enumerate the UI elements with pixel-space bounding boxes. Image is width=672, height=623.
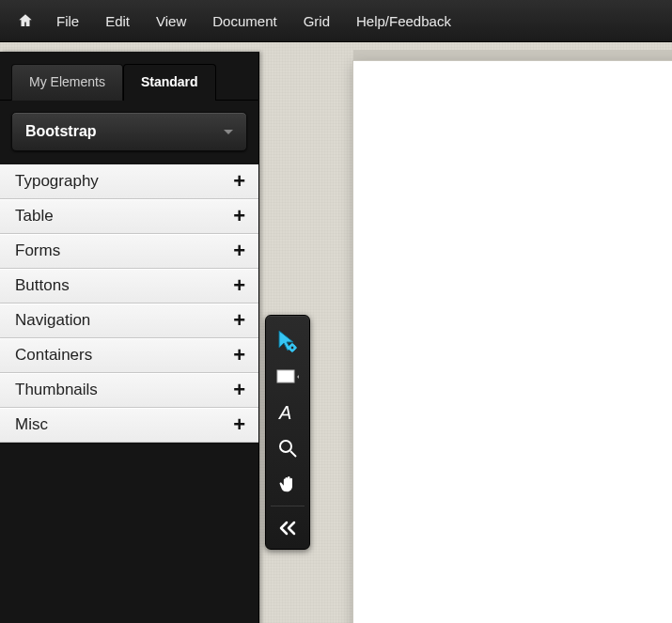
- menu-edit[interactable]: Edit: [94, 8, 141, 35]
- zoom-tool[interactable]: [271, 430, 305, 466]
- category-misc[interactable]: Misc +: [0, 408, 258, 443]
- category-forms[interactable]: Forms +: [0, 234, 258, 269]
- canvas-ruler-band: [353, 50, 672, 61]
- plus-icon: +: [233, 343, 245, 367]
- menu-grid[interactable]: Grid: [292, 8, 341, 35]
- elements-panel: My Elements Standard Bootstrap Typograph…: [0, 52, 259, 623]
- category-buttons[interactable]: Buttons +: [0, 269, 258, 304]
- elements-tab-body: Bootstrap: [0, 100, 258, 163]
- chevron-double-left-icon: [278, 521, 297, 536]
- framework-dropdown[interactable]: Bootstrap: [11, 112, 247, 151]
- menu-file[interactable]: File: [45, 8, 90, 35]
- workspace: My Elements Standard Bootstrap Typograph…: [0, 42, 672, 623]
- home-button[interactable]: [9, 7, 41, 35]
- text-icon: A: [277, 402, 298, 423]
- category-label: Containers: [15, 346, 92, 365]
- chevron-down-icon: [224, 130, 233, 134]
- document-page[interactable]: [353, 61, 672, 623]
- category-label: Forms: [15, 241, 60, 260]
- category-label: Thumbnails: [15, 381, 98, 399]
- move-tool[interactable]: [271, 323, 305, 359]
- magnifier-icon: [278, 439, 297, 458]
- category-label: Typography: [15, 172, 99, 191]
- tool-palette: A: [265, 315, 310, 550]
- plus-icon: +: [233, 413, 245, 437]
- tab-my-elements[interactable]: My Elements: [11, 64, 123, 101]
- elements-tabs: My Elements Standard: [0, 52, 258, 100]
- plus-icon: +: [233, 308, 245, 333]
- collapse-palette-button[interactable]: [271, 506, 305, 545]
- canvas-area[interactable]: [353, 61, 672, 623]
- text-tool[interactable]: A: [271, 395, 305, 430]
- home-icon: [17, 12, 34, 29]
- plus-icon: +: [233, 273, 245, 298]
- category-typography[interactable]: Typography +: [0, 164, 258, 199]
- category-label: Misc: [15, 415, 48, 434]
- menubar: File Edit View Document Grid Help/Feedba…: [0, 0, 672, 42]
- svg-rect-5: [277, 370, 294, 382]
- plus-icon: +: [233, 239, 245, 263]
- plus-icon: +: [233, 378, 245, 402]
- framework-selected-label: Bootstrap: [25, 123, 97, 140]
- hand-tool[interactable]: [271, 466, 305, 502]
- svg-point-8: [280, 441, 291, 452]
- menu-document[interactable]: Document: [201, 8, 288, 35]
- category-label: Navigation: [15, 311, 90, 330]
- rectangle-tool[interactable]: [271, 359, 305, 395]
- category-label: Table: [15, 207, 54, 226]
- category-thumbnails[interactable]: Thumbnails +: [0, 373, 258, 408]
- menu-view[interactable]: View: [145, 8, 197, 35]
- plus-icon: +: [233, 204, 245, 228]
- svg-text:A: A: [278, 402, 291, 423]
- svg-marker-3: [289, 346, 290, 350]
- svg-marker-6: [297, 375, 299, 379]
- category-navigation[interactable]: Navigation +: [0, 304, 258, 338]
- hand-icon: [278, 475, 297, 493]
- tab-standard[interactable]: Standard: [123, 64, 216, 101]
- category-label: Buttons: [15, 276, 70, 295]
- rectangle-icon: [276, 367, 299, 386]
- svg-marker-4: [294, 346, 296, 350]
- category-accordion: Typography + Table + Forms + Buttons + N…: [0, 164, 258, 443]
- svg-line-9: [290, 451, 296, 457]
- plus-icon: +: [233, 169, 245, 194]
- category-table[interactable]: Table +: [0, 199, 258, 234]
- cursor-move-icon: [276, 329, 299, 353]
- category-containers[interactable]: Containers +: [0, 338, 258, 373]
- menu-help[interactable]: Help/Feedback: [345, 8, 462, 35]
